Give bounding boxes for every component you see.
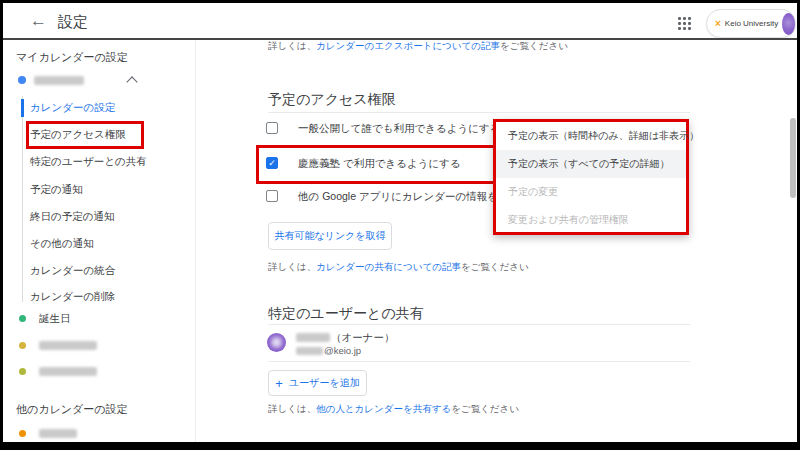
share-others-link[interactable]: 他の人とカレンダーを共有する	[316, 403, 451, 414]
frame-left	[0, 0, 3, 450]
redacted-calendar-name	[34, 76, 84, 85]
export-help-note: 詳しくは、カレンダーのエクスポートについての記事をご覧ください	[268, 40, 568, 53]
keio-logo-icon: ×	[715, 18, 721, 29]
calendar-color-dot	[19, 342, 26, 349]
account-label: Keio University	[725, 19, 778, 28]
calendar-color-dot	[19, 368, 26, 375]
owner-role: （オーナー）	[331, 331, 395, 345]
plus-icon: +	[275, 376, 283, 391]
specific-users-title: 特定のユーザーとの共有	[268, 305, 424, 323]
frame-top	[0, 0, 800, 3]
sidebar-calendar-group[interactable]	[14, 72, 184, 90]
apps-grid-icon[interactable]	[678, 17, 691, 30]
scrollbar-thumb[interactable]	[790, 118, 796, 198]
frame-bottom	[0, 442, 800, 450]
note-suffix: をご覧ください	[461, 261, 529, 272]
owner-avatar	[267, 333, 286, 352]
public-checkbox[interactable]	[266, 122, 278, 134]
section-divider	[268, 361, 690, 362]
sharing-help-link[interactable]: カレンダーの共有についての記事	[316, 261, 461, 272]
app-header: ← 設定 × Keio University	[0, 3, 800, 38]
avatar[interactable]	[782, 13, 795, 35]
calendar-color-dot	[19, 315, 26, 322]
note-prefix: 詳しくは、	[268, 40, 316, 51]
sidebar-item-access-permissions[interactable]: 予定のアクセス権限	[30, 128, 126, 142]
checkbox-label: 一般公開して誰でも利用できるようにする	[298, 122, 500, 136]
org-checkbox[interactable]: ✓	[266, 157, 278, 169]
sidebar-item-birthdays[interactable]: 誕生日	[15, 311, 185, 327]
note-suffix: をご覧ください	[500, 40, 568, 51]
redacted-owner-name	[296, 333, 330, 342]
sidebar-section-my-calendars: マイカレンダーの設定	[16, 50, 128, 65]
button-label: ユーザーを追加	[289, 376, 360, 390]
redacted-calendar-name	[39, 429, 77, 438]
page-title: 設定	[58, 13, 88, 32]
permission-dropdown: 予定の表示（時間枠のみ、詳細は非表示） 予定の表示（すべての予定の詳細） 予定の…	[493, 119, 689, 235]
calendar-color-dot	[18, 76, 26, 84]
dropdown-option-busy-only[interactable]: 予定の表示（時間枠のみ、詳細は非表示）	[496, 122, 686, 150]
sharing-help-note: 詳しくは、カレンダーの共有についての記事をご覧ください	[268, 261, 529, 274]
sidebar-item-allday-notifications[interactable]: 終日の予定の通知	[30, 210, 115, 224]
chevron-up-icon[interactable]	[126, 76, 137, 87]
owner-email-suffix: @keio.jp	[324, 345, 361, 356]
sidebar-item-event-notifications[interactable]: 予定の通知	[30, 183, 83, 197]
avatar-glyph	[272, 338, 281, 347]
sidebar-item-label: 誕生日	[39, 312, 71, 326]
sidebar-item-share-with-users[interactable]: 特定のユーザーとの共有	[30, 155, 147, 169]
note-prefix: 詳しくは、	[268, 403, 316, 414]
sidebar-section-other-calendars: 他のカレンダーの設定	[16, 402, 128, 417]
app-window: ← 設定 × Keio University マイカレンダーの設定 カレンダーの…	[0, 0, 800, 450]
other-apps-checkbox[interactable]	[266, 190, 278, 202]
redacted-calendar-name	[39, 341, 97, 350]
sidebar-item-redacted-3[interactable]	[15, 426, 185, 442]
button-label: 共有可能なリンクを取得	[274, 229, 385, 243]
sidebar-item-redacted-1[interactable]	[15, 338, 185, 354]
checkbox-label: 慶應義塾 で利用できるようにする	[298, 157, 461, 171]
dropdown-option-manage-sharing: 変更および共有の管理権限	[496, 206, 686, 234]
sidebar-active-bar	[21, 99, 24, 117]
sidebar-item-redacted-2[interactable]	[15, 364, 185, 380]
sidebar-item-calendar-integration[interactable]: カレンダーの統合	[30, 264, 115, 278]
section-divider	[268, 324, 690, 325]
back-icon[interactable]: ←	[30, 11, 47, 31]
owner-row: （オーナー） @keio.jp	[267, 331, 689, 359]
sidebar-item-delete-calendar[interactable]: カレンダーの削除	[30, 290, 115, 304]
calendar-color-dot	[19, 430, 26, 437]
sidebar-item-other-notifications[interactable]: その他の通知	[30, 237, 94, 251]
note-prefix: 詳しくは、	[268, 261, 316, 272]
sidebar-divider	[195, 40, 196, 442]
dropdown-option-all-details[interactable]: 予定の表示（すべての予定の詳細）	[496, 150, 686, 178]
note-suffix: をご覧ください	[451, 403, 519, 414]
redacted-calendar-name	[39, 367, 97, 376]
check-icon: ✓	[268, 158, 276, 168]
sidebar-item-calendar-settings[interactable]: カレンダーの設定	[30, 101, 115, 115]
add-user-button[interactable]: + ユーザーを追加	[268, 370, 367, 396]
account-pill[interactable]: × Keio University	[706, 9, 796, 38]
get-shareable-link-button[interactable]: 共有可能なリンクを取得	[268, 222, 392, 250]
share-others-note: 詳しくは、他の人とカレンダーを共有するをご覧ください	[268, 403, 519, 416]
sidebar-tree-line	[22, 96, 23, 302]
export-help-link[interactable]: カレンダーのエクスポートについての記事	[316, 40, 500, 51]
section-divider	[268, 112, 690, 113]
dropdown-option-edit-events: 予定の変更	[496, 178, 686, 206]
redacted-owner-email	[296, 347, 323, 355]
access-permissions-title: 予定のアクセス権限	[268, 91, 396, 109]
